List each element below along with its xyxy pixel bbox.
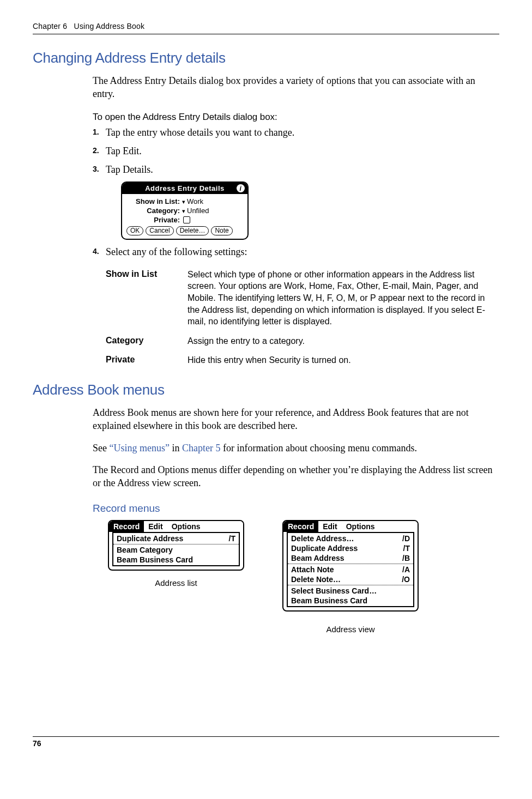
menu-item[interactable]: Select Business Card… — [288, 586, 413, 596]
link-chapter-5[interactable]: Chapter 5 — [182, 443, 220, 453]
header-rule — [33, 34, 499, 34]
show-in-list-dropdown[interactable]: Work — [182, 197, 203, 205]
menu-bar: Record Edit Options — [283, 521, 418, 532]
section-intro: The Address Entry Details dialog box pro… — [93, 74, 499, 101]
record-menu-list: Record Edit Options Duplicate Address/T … — [108, 520, 244, 571]
menu-tab-record[interactable]: Record — [109, 521, 144, 532]
menu-tab-options[interactable]: Options — [167, 521, 205, 532]
address-entry-details-dialog: Address Entry Details i Show in List: Wo… — [121, 181, 249, 240]
setting-label: Private — [106, 354, 188, 366]
step-4: 4. Select any of the following settings: — [93, 245, 499, 258]
body-paragraph: See “Using menus” in Chapter 5 for infor… — [93, 441, 499, 455]
page-footer: 76 — [33, 736, 499, 748]
category-dropdown[interactable]: Unfiled — [182, 207, 209, 215]
menu-tab-edit[interactable]: Edit — [318, 521, 341, 532]
caption: Address view — [282, 625, 419, 634]
settings-row: Category Assign the entry to a category. — [106, 335, 499, 347]
page: Chapter 6 Using Address Book Changing Ad… — [0, 0, 532, 763]
caption: Address list — [108, 578, 244, 588]
setting-label: Category — [106, 335, 188, 347]
menu-tab-record[interactable]: Record — [283, 521, 318, 532]
menu-tab-options[interactable]: Options — [342, 521, 379, 532]
menu-bar: Record Edit Options — [109, 521, 243, 532]
howto-heading: To open the Address Entry Details dialog… — [93, 112, 499, 123]
settings-table: Show in List Select which type of phone … — [106, 269, 499, 366]
settings-row: Private Hide this entry when Security is… — [106, 354, 499, 366]
show-in-list-label: Show in List: — [126, 197, 182, 205]
menu-item[interactable]: Beam Business Card — [288, 596, 413, 606]
menu-item[interactable]: Duplicate Address/T — [113, 534, 239, 543]
step-2: 2. Tap Edit. — [93, 144, 499, 158]
body-paragraph: Address Book menus are shown here for yo… — [93, 406, 499, 433]
setting-description: Assign the entry to a category. — [188, 335, 305, 347]
step-number: 4. — [93, 245, 106, 258]
setting-description: Hide this entry when Security is turned … — [188, 354, 351, 366]
step-number: 1. — [93, 126, 106, 139]
step-3: 3. Tap Details. — [93, 163, 499, 176]
settings-row: Show in List Select which type of phone … — [106, 269, 499, 328]
step-number: 3. — [93, 163, 106, 176]
ok-button[interactable]: OK — [126, 226, 143, 235]
setting-label: Show in List — [106, 269, 188, 328]
record-menus-heading: Record menus — [93, 503, 499, 514]
menu-item[interactable]: Delete Address…/D — [288, 534, 413, 543]
delete-button[interactable]: Delete… — [176, 226, 209, 235]
menu-item[interactable]: Duplicate Address/T — [288, 543, 413, 553]
menu-item[interactable]: Beam Category — [113, 545, 239, 555]
menu-tab-edit[interactable]: Edit — [144, 521, 167, 532]
cancel-button[interactable]: Cancel — [146, 226, 173, 235]
record-menu-view: Record Edit Options Delete Address…/D Du… — [282, 520, 419, 612]
step-text: Tap Edit. — [106, 144, 142, 158]
dialog-title: Address Entry Details — [145, 184, 225, 192]
menu-item[interactable]: Attach Note/A — [288, 565, 413, 574]
step-1: 1. Tap the entry whose details you want … — [93, 126, 499, 139]
section-heading: Changing Address Entry details — [33, 50, 499, 66]
address-list-menu-block: Record Edit Options Duplicate Address/T … — [108, 520, 244, 634]
menu-item[interactable]: Beam Business Card — [113, 555, 239, 565]
address-view-menu-block: Record Edit Options Delete Address…/D Du… — [282, 520, 419, 634]
category-label: Category: — [126, 207, 182, 215]
body-paragraph: The Record and Options menus differ depe… — [93, 463, 499, 490]
running-header: Chapter 6 Using Address Book — [33, 22, 499, 31]
private-checkbox[interactable] — [183, 216, 190, 223]
note-button[interactable]: Note — [211, 226, 232, 235]
info-icon[interactable]: i — [237, 184, 245, 192]
step-text: Tap Details. — [106, 163, 153, 176]
private-label: Private: — [126, 216, 182, 224]
setting-description: Select which type of phone or other info… — [188, 269, 499, 328]
menu-item[interactable]: Delete Note…/O — [288, 574, 413, 584]
dialog-titlebar: Address Entry Details i — [122, 183, 247, 194]
section-heading: Address Book menus — [33, 382, 499, 398]
step-text: Tap the entry whose details you want to … — [106, 126, 294, 139]
chapter-number: Chapter 6 — [33, 22, 67, 31]
menus-row: Record Edit Options Duplicate Address/T … — [108, 520, 499, 634]
chapter-title: Using Address Book — [74, 22, 145, 31]
menu-item[interactable]: Beam Address/B — [288, 553, 413, 563]
page-number: 76 — [33, 739, 41, 748]
link-using-menus[interactable]: “Using menus” — [110, 443, 170, 453]
step-text: Select any of the following settings: — [106, 245, 247, 258]
step-number: 2. — [93, 144, 106, 158]
